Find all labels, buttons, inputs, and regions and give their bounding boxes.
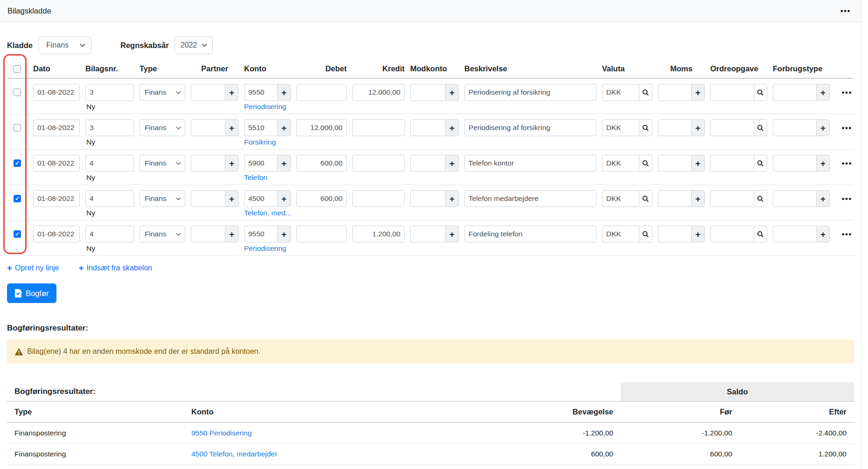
account-link[interactable]: 9550 Periodisering: [191, 429, 252, 437]
bilagsnr-input[interactable]: [85, 84, 134, 101]
kredit-input[interactable]: [352, 226, 405, 242]
ordreopgave-search-icon[interactable]: [754, 84, 767, 101]
konto-add-button[interactable]: +: [277, 119, 291, 136]
ordreopgave-input[interactable]: [710, 190, 754, 207]
type-select[interactable]: Finans: [140, 155, 185, 172]
forbrugstype-add-button[interactable]: +: [816, 226, 830, 242]
moms-input[interactable]: [658, 84, 691, 101]
forbrugstype-add-button[interactable]: +: [816, 119, 830, 136]
account-link[interactable]: 4500 Telefon, medarbejder: [191, 450, 277, 458]
moms-add-button[interactable]: +: [691, 84, 705, 101]
ordreopgave-search-icon[interactable]: [754, 226, 767, 242]
kredit-input[interactable]: [352, 190, 405, 207]
konto-add-button[interactable]: +: [277, 190, 291, 207]
beskrivelse-input[interactable]: [464, 84, 596, 101]
konto-input[interactable]: [244, 226, 277, 242]
beskrivelse-input[interactable]: [464, 155, 596, 172]
type-select[interactable]: Finans: [140, 119, 185, 136]
kredit-input[interactable]: [352, 155, 405, 172]
select-all-checkbox[interactable]: [14, 65, 21, 73]
dato-input[interactable]: [33, 84, 80, 101]
partner-add-button[interactable]: +: [225, 226, 238, 242]
forbrugstype-input[interactable]: [773, 226, 816, 242]
modkonto-input[interactable]: [410, 119, 445, 136]
ordreopgave-search-icon[interactable]: [754, 119, 767, 136]
valuta-input[interactable]: [602, 190, 639, 207]
moms-input[interactable]: [658, 226, 691, 242]
konto-input[interactable]: [244, 155, 277, 172]
debet-input[interactable]: [296, 119, 347, 136]
ordreopgave-input[interactable]: [710, 84, 754, 101]
partner-input[interactable]: [191, 190, 225, 207]
moms-add-button[interactable]: +: [691, 119, 705, 136]
type-select[interactable]: Finans: [140, 84, 185, 101]
valuta-search-icon[interactable]: [639, 190, 652, 207]
konto-input[interactable]: [244, 190, 277, 207]
kredit-input[interactable]: [352, 84, 405, 101]
bilagsnr-input[interactable]: [85, 119, 134, 136]
modkonto-input[interactable]: [410, 226, 445, 242]
konto-name-link[interactable]: Telefon: [244, 173, 596, 182]
partner-input[interactable]: [191, 119, 225, 136]
partner-add-button[interactable]: +: [225, 84, 238, 101]
insert-from-template-link[interactable]: + Indsæt fra skabelon: [78, 263, 152, 272]
row-checkbox[interactable]: [14, 89, 21, 96]
valuta-search-icon[interactable]: [639, 155, 652, 172]
row-checkbox[interactable]: [14, 124, 21, 131]
debet-input[interactable]: [296, 226, 347, 242]
moms-input[interactable]: [658, 190, 691, 207]
valuta-input[interactable]: [602, 155, 639, 172]
konto-name-link[interactable]: Periodisering: [244, 103, 596, 111]
row-menu-ellipsis-icon[interactable]: •••: [835, 124, 854, 132]
valuta-search-icon[interactable]: [639, 84, 652, 101]
beskrivelse-input[interactable]: [464, 119, 596, 136]
valuta-search-icon[interactable]: [639, 226, 652, 242]
create-new-line-link[interactable]: + Opret ny linje: [7, 263, 59, 272]
konto-input[interactable]: [244, 119, 277, 136]
modkonto-input[interactable]: [410, 84, 445, 101]
forbrugstype-input[interactable]: [773, 84, 816, 101]
forbrugstype-add-button[interactable]: +: [816, 155, 830, 172]
forbrugstype-input[interactable]: [773, 190, 816, 207]
bilagsnr-input[interactable]: [85, 226, 134, 242]
moms-add-button[interactable]: +: [691, 226, 705, 242]
forbrugstype-add-button[interactable]: +: [816, 190, 830, 207]
partner-input[interactable]: [191, 84, 225, 101]
debet-input[interactable]: [296, 84, 347, 101]
forbrugstype-input[interactable]: [773, 119, 816, 136]
row-menu-ellipsis-icon[interactable]: •••: [835, 195, 854, 203]
ordreopgave-search-icon[interactable]: [754, 190, 767, 207]
debet-input[interactable]: [296, 155, 347, 172]
regnskabsaar-select[interactable]: 2022: [175, 36, 213, 54]
dato-input[interactable]: [33, 155, 80, 172]
type-select[interactable]: Finans: [140, 190, 185, 207]
ordreopgave-search-icon[interactable]: [754, 155, 767, 172]
ordreopgave-input[interactable]: [710, 155, 754, 172]
modkonto-add-button[interactable]: +: [445, 226, 459, 242]
valuta-input[interactable]: [602, 84, 639, 101]
dato-input[interactable]: [33, 226, 80, 242]
partner-add-button[interactable]: +: [225, 190, 238, 207]
modkonto-add-button[interactable]: +: [445, 190, 459, 207]
partner-add-button[interactable]: +: [225, 155, 238, 172]
ordreopgave-input[interactable]: [710, 226, 754, 242]
konto-input[interactable]: [244, 84, 277, 101]
kredit-input[interactable]: [352, 119, 405, 136]
bilagsnr-input[interactable]: [85, 190, 134, 207]
partner-input[interactable]: [191, 155, 225, 172]
modkonto-add-button[interactable]: +: [445, 84, 459, 101]
konto-add-button[interactable]: +: [277, 84, 291, 101]
valuta-input[interactable]: [602, 119, 639, 136]
konto-name-link[interactable]: Periodisering: [244, 244, 596, 253]
row-menu-ellipsis-icon[interactable]: •••: [835, 159, 854, 167]
ordreopgave-input[interactable]: [710, 119, 754, 136]
dato-input[interactable]: [33, 119, 80, 136]
row-checkbox[interactable]: [14, 195, 21, 202]
konto-add-button[interactable]: +: [277, 226, 291, 242]
modkonto-add-button[interactable]: +: [445, 119, 459, 136]
partner-add-button[interactable]: +: [225, 119, 238, 136]
row-menu-ellipsis-icon[interactable]: •••: [835, 230, 854, 238]
bilagsnr-input[interactable]: [85, 155, 134, 172]
valuta-search-icon[interactable]: [639, 119, 652, 136]
bogfoer-button[interactable]: Bogfør: [7, 283, 56, 303]
